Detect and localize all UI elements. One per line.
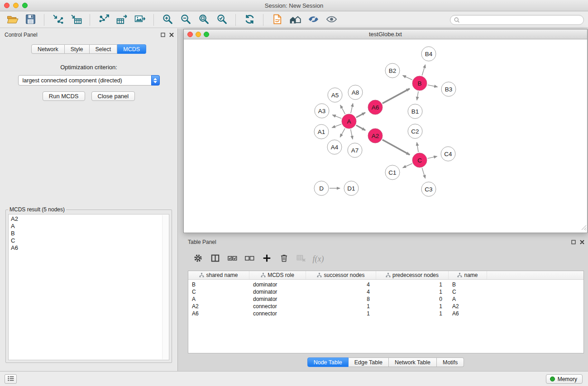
table-row[interactable]: A2connector11A2 — [188, 303, 583, 310]
close-panel-action-button[interactable]: Close panel — [91, 91, 135, 101]
graph-edge-A-A5[interactable] — [340, 105, 345, 114]
graph-edge-A-A8[interactable] — [351, 103, 353, 113]
table-cell[interactable]: A2 — [188, 303, 249, 310]
graph-node-D1[interactable]: D1 — [344, 181, 359, 196]
graph-edge-A-A2[interactable] — [356, 125, 365, 130]
table-cell[interactable]: A6 — [188, 310, 249, 317]
graph-node-C1[interactable]: C1 — [385, 165, 400, 180]
apply-layout-button[interactable] — [241, 13, 258, 27]
select-all-button[interactable] — [224, 252, 240, 266]
network-zoom-button[interactable] — [204, 32, 209, 37]
function-builder-button[interactable]: f(x) — [310, 252, 326, 266]
export-table-button[interactable] — [113, 13, 130, 27]
graph-node-A5[interactable]: A5 — [328, 88, 343, 103]
import-network-button[interactable] — [49, 13, 67, 27]
table-cell[interactable]: 4 — [306, 281, 376, 288]
table-cell[interactable]: 8 — [306, 295, 376, 303]
tab-motifs[interactable]: Motifs — [437, 357, 464, 367]
table-cell[interactable]: 1 — [376, 281, 449, 288]
table-cell[interactable]: dominator — [249, 281, 306, 288]
tab-network-table[interactable]: Network Table — [389, 357, 437, 367]
float-panel-button[interactable] — [161, 32, 165, 38]
delete-table-button[interactable] — [293, 252, 309, 266]
graph-node-B4[interactable]: B4 — [421, 47, 436, 62]
tab-node-table[interactable]: Node Table — [307, 357, 349, 367]
graph-edge-B-B4[interactable] — [422, 65, 425, 76]
graph-node-B2[interactable]: B2 — [385, 63, 400, 78]
graph-node-C4[interactable]: C4 — [441, 147, 456, 162]
network-canvas[interactable]: B4B2BB3A5A8A6A3AB1A1A2C2A4A7C4CC1C3DD1 — [184, 39, 587, 233]
tab-edge-table[interactable]: Edge Table — [349, 357, 389, 367]
zoom-out-button[interactable] — [177, 13, 194, 27]
graph-node-A3[interactable]: A3 — [315, 104, 330, 119]
graph-node-B[interactable]: B — [412, 76, 427, 91]
mcds-result-item[interactable]: A — [11, 223, 167, 230]
zoom-fit-button[interactable] — [195, 13, 212, 27]
graph-node-C2[interactable]: C2 — [408, 124, 423, 139]
graph-node-A4[interactable]: A4 — [327, 140, 342, 155]
graph-edge-C-C2[interactable] — [417, 143, 418, 152]
graph-edge-C-C3[interactable] — [422, 168, 425, 178]
table-row[interactable]: A6connector11A6 — [188, 310, 583, 317]
table-cell[interactable]: 4 — [306, 288, 376, 295]
column-header-successor-nodes[interactable]: successor nodes — [306, 271, 376, 279]
graph-node-A[interactable]: A — [342, 114, 357, 129]
table-cell[interactable]: 1 — [376, 310, 449, 317]
table-cell[interactable]: 0 — [376, 295, 449, 303]
delete-row-button[interactable] — [276, 252, 292, 266]
import-table-button[interactable] — [67, 13, 85, 27]
table-cell[interactable]: 1 — [376, 288, 449, 295]
criterion-dropdown[interactable]: largest connected component (directed) — [18, 75, 160, 86]
minimize-window-button[interactable] — [13, 3, 19, 8]
graph-node-A7[interactable]: A7 — [348, 143, 363, 158]
search-box[interactable] — [450, 15, 584, 25]
tab-select[interactable]: Select — [90, 44, 118, 54]
tab-style[interactable]: Style — [65, 44, 90, 54]
table-cell[interactable]: B — [449, 281, 487, 288]
deselect-all-button[interactable] — [241, 252, 258, 266]
column-visibility-button[interactable] — [207, 252, 223, 266]
graph-node-A6[interactable]: A6 — [368, 100, 383, 115]
close-window-button[interactable] — [4, 3, 10, 8]
zoom-in-button[interactable] — [159, 13, 176, 27]
panel-menu-button[interactable] — [5, 374, 17, 384]
mcds-result-list[interactable]: A2ABCA6 — [8, 214, 169, 360]
zoom-window-button[interactable] — [22, 3, 28, 8]
table-cell[interactable]: A — [449, 295, 487, 303]
table-row[interactable]: Bdominator41B — [188, 281, 583, 288]
table-cell[interactable]: connector — [249, 303, 306, 310]
graph-node-D[interactable]: D — [314, 181, 329, 196]
graph-edge-A6-B[interactable] — [382, 89, 410, 104]
table-cell[interactable]: A6 — [449, 310, 487, 317]
network-close-button[interactable] — [187, 32, 193, 37]
add-row-button[interactable] — [258, 252, 275, 266]
zoom-selected-button[interactable] — [213, 13, 230, 27]
graph-node-A1[interactable]: A1 — [314, 124, 329, 139]
table-cell[interactable]: 1 — [376, 303, 449, 310]
close-panel-button[interactable] — [169, 32, 174, 38]
graph-node-B3[interactable]: B3 — [441, 82, 456, 97]
show-hide-button[interactable] — [323, 13, 340, 27]
close-table-panel-button[interactable] — [580, 239, 584, 246]
table-cell[interactable]: 1 — [306, 303, 376, 310]
column-header-name[interactable]: name — [449, 271, 487, 279]
column-header-MCDS-role[interactable]: MCDS role — [249, 271, 306, 279]
resize-handle-icon[interactable] — [581, 224, 587, 232]
table-cell[interactable]: B — [188, 281, 249, 288]
graph-edge-C-C1[interactable] — [403, 163, 412, 167]
graph-edge-A-A6[interactable] — [356, 113, 365, 118]
graphics-details-button[interactable] — [305, 13, 322, 27]
table-row[interactable]: Cdominator41C — [188, 288, 583, 295]
table-cell[interactable]: 1 — [306, 310, 376, 317]
column-header-shared-name[interactable]: shared name — [188, 271, 249, 279]
graph-node-B1[interactable]: B1 — [408, 104, 423, 119]
graph-edge-A-A1[interactable] — [332, 124, 341, 128]
table-cell[interactable]: dominator — [249, 295, 306, 303]
memory-button[interactable]: Memory — [546, 374, 583, 384]
network-report-button[interactable] — [268, 13, 286, 27]
float-table-panel-button[interactable] — [571, 239, 576, 246]
table-cell[interactable]: connector — [249, 310, 306, 317]
table-cell[interactable]: dominator — [249, 288, 306, 295]
graph-edge-B-B3[interactable] — [428, 85, 438, 87]
export-network-button[interactable] — [95, 13, 112, 27]
